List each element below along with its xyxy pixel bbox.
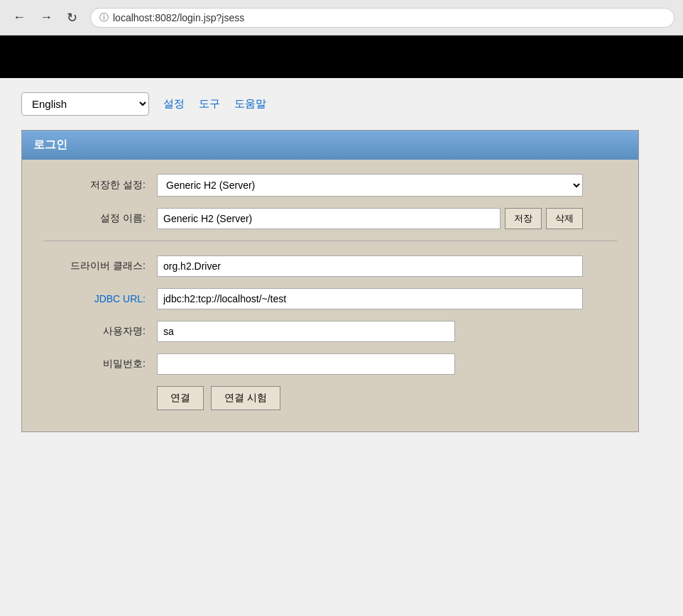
username-row: 사용자명: (43, 321, 617, 342)
delete-config-button[interactable]: 삭제 (546, 208, 583, 229)
url-text: localhost:8082/login.jsp?jsess (113, 12, 244, 23)
nav-buttons: ← → ↻ (9, 9, 82, 27)
language-select[interactable]: English 한국어 日本語 中文 (21, 92, 149, 116)
config-name-label: 설정 이름: (43, 212, 157, 225)
test-connect-button[interactable]: 연결 시험 (211, 386, 280, 410)
config-name-input-group: 저장 삭제 (157, 208, 583, 229)
panel-body: 저장한 설정: Generic H2 (Server) Generic H2 (… (22, 160, 638, 431)
config-name-row: 설정 이름: 저장 삭제 (43, 208, 617, 229)
password-label: 비밀번호: (43, 358, 157, 370)
settings-link[interactable]: 설정 (163, 97, 185, 111)
config-name-input[interactable] (157, 208, 501, 229)
saved-settings-select[interactable]: Generic H2 (Server) Generic H2 (Embedded… (157, 174, 583, 197)
main-content: English 한국어 日本語 中文 설정 도구 도움말 로그인 저장한 설정:… (0, 78, 683, 446)
driver-class-input[interactable] (157, 255, 583, 277)
button-row: 연결 연결 시험 (157, 386, 617, 410)
connect-button[interactable]: 연결 (157, 386, 204, 410)
jdbc-url-input[interactable] (157, 288, 583, 309)
jdbc-url-row: JDBC URL: (43, 288, 617, 309)
password-input[interactable] (157, 353, 455, 375)
address-bar[interactable]: ⓘ localhost:8082/login.jsp?jsess (90, 8, 674, 28)
save-config-button[interactable]: 저장 (505, 208, 542, 229)
username-input[interactable] (157, 321, 455, 342)
back-button[interactable]: ← (9, 9, 30, 26)
forward-button[interactable]: → (35, 9, 57, 26)
top-nav: English 한국어 日本語 中文 설정 도구 도움말 (21, 92, 662, 116)
tools-link[interactable]: 도구 (199, 97, 220, 111)
panel-header: 로그인 (22, 131, 638, 160)
jdbc-url-label[interactable]: JDBC URL: (43, 293, 157, 304)
username-label: 사용자명: (43, 325, 157, 338)
login-panel: 로그인 저장한 설정: Generic H2 (Server) Generic … (21, 130, 639, 432)
saved-settings-row: 저장한 설정: Generic H2 (Server) Generic H2 (… (43, 174, 617, 197)
saved-settings-label: 저장한 설정: (43, 179, 157, 192)
panel-title: 로그인 (33, 138, 67, 150)
divider (43, 241, 617, 241)
refresh-button[interactable]: ↻ (62, 9, 82, 27)
password-row: 비밀번호: (43, 353, 617, 375)
black-header (0, 35, 683, 78)
info-icon: ⓘ (99, 11, 109, 24)
browser-chrome: ← → ↻ ⓘ localhost:8082/login.jsp?jsess (0, 0, 683, 35)
driver-class-label: 드라이버 클래스: (43, 260, 157, 273)
driver-class-row: 드라이버 클래스: (43, 255, 617, 277)
help-link[interactable]: 도움말 (234, 97, 266, 111)
